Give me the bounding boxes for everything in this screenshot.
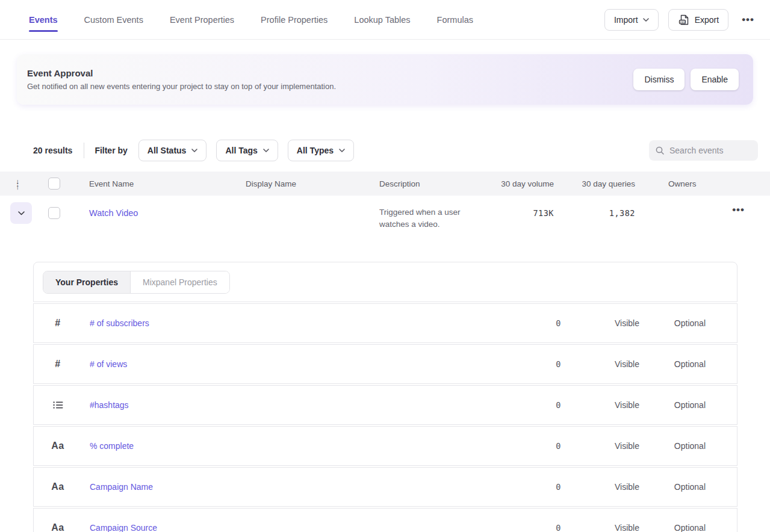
filter-dropdown-label: All Tags xyxy=(225,146,257,155)
type-glyph-icon: Aa xyxy=(51,441,64,451)
table-header: ↓↑ Event Name Display Name Description 3… xyxy=(0,172,770,196)
row-overflow-menu-icon[interactable]: ••• xyxy=(728,196,748,218)
property-requirement: Optional xyxy=(657,441,706,451)
property-count: 0 xyxy=(525,441,561,451)
overflow-menu-icon[interactable]: ••• xyxy=(738,11,758,28)
event-volume: 713K xyxy=(494,196,554,218)
property-name-link[interactable]: Campaign Source xyxy=(90,523,525,532)
chevron-down-icon xyxy=(643,18,649,22)
svg-text:csv: csv xyxy=(680,20,685,23)
column-description: Description xyxy=(379,179,494,188)
property-name-link[interactable]: % complete xyxy=(90,441,525,451)
properties-tab-bar: Your Properties Mixpanel Properties xyxy=(33,262,737,302)
search-events-box xyxy=(649,140,758,161)
chevron-down-icon xyxy=(191,149,197,152)
filter-dropdown[interactable]: All Status xyxy=(138,140,207,161)
type-glyph-icon: # xyxy=(55,318,60,329)
import-button[interactable]: Import xyxy=(604,9,659,31)
column-display-name: Display Name xyxy=(246,179,379,188)
property-type-icon xyxy=(51,401,65,409)
column-30-day-queries: 30 day queries xyxy=(554,179,635,188)
property-name-link[interactable]: Campaign Name xyxy=(90,482,525,492)
chevron-down-icon xyxy=(18,211,25,215)
property-type-icon: Aa xyxy=(51,522,65,532)
type-glyph-icon: Aa xyxy=(51,481,64,492)
property-rows: # # of subscribers 0 Visible Optional xyxy=(33,303,737,532)
property-requirement: Optional xyxy=(657,359,706,369)
owners-cell: ••• xyxy=(635,196,770,218)
properties-panel: Your Properties Mixpanel Properties # xyxy=(33,262,737,532)
import-label: Import xyxy=(614,15,638,25)
collapse-row-button[interactable] xyxy=(10,202,32,224)
property-row: Aa Campaign Source 0 Visible Optional xyxy=(33,508,737,532)
chevron-down-icon xyxy=(339,149,345,152)
property-requirement: Optional xyxy=(657,318,706,328)
top-navigation: Events Custom Events Event Properties Pr… xyxy=(0,0,770,40)
property-row: Aa % complete 0 Visible Optional xyxy=(33,426,737,466)
nav-tab[interactable]: Event Properties xyxy=(170,0,234,39)
select-all-checkbox[interactable] xyxy=(48,178,60,190)
property-count: 0 xyxy=(525,359,561,369)
filter-dropdown[interactable]: All Types xyxy=(288,140,354,161)
property-visibility: Visible xyxy=(585,523,639,532)
collapse-all-icon[interactable]: ↓↑ xyxy=(16,179,19,190)
property-type-icon: # xyxy=(51,359,65,370)
property-requirement: Optional xyxy=(657,482,706,492)
nav-tab[interactable]: Events xyxy=(29,0,58,39)
property-count: 0 xyxy=(525,523,561,532)
event-queries: 1,382 xyxy=(554,196,635,218)
column-30-day-volume: 30 day volume xyxy=(494,179,554,188)
enable-button[interactable]: Enable xyxy=(691,69,739,90)
divider xyxy=(84,143,84,158)
select-row-checkbox[interactable] xyxy=(48,207,60,219)
banner-title: Event Approval xyxy=(27,68,336,78)
filter-bar: 20 results Filter by All Status All Tags… xyxy=(33,140,758,161)
banner-description: Get notified on all new events entering … xyxy=(27,82,336,91)
dismiss-button[interactable]: Dismiss xyxy=(633,69,685,90)
export-button[interactable]: csv Export xyxy=(668,9,728,31)
list-icon xyxy=(53,401,63,409)
filter-dropdown-label: All Types xyxy=(297,146,334,155)
banner-text: Event Approval Get notified on all new e… xyxy=(27,68,336,91)
property-visibility: Visible xyxy=(585,318,639,328)
property-visibility: Visible xyxy=(585,441,639,451)
event-description: Triggered when a user watches a video. xyxy=(379,206,494,230)
property-type-icon: # xyxy=(51,318,65,329)
properties-tab[interactable]: Your Properties xyxy=(43,271,131,293)
event-name-link[interactable]: Watch Video xyxy=(89,208,138,218)
filter-dropdown[interactable]: All Tags xyxy=(216,140,278,161)
property-count: 0 xyxy=(525,318,561,328)
search-input[interactable] xyxy=(669,146,752,155)
property-row: # # of views 0 Visible Optional xyxy=(33,344,737,384)
lexicon-tabs: Events Custom Events Event Properties Pr… xyxy=(29,0,500,39)
properties-tab[interactable]: Mixpanel Properties xyxy=(131,271,229,293)
search-icon xyxy=(655,146,665,155)
property-type-icon: Aa xyxy=(51,441,65,451)
top-actions: Import csv Export ••• xyxy=(604,0,758,39)
property-visibility: Visible xyxy=(585,482,639,492)
property-row: # # of subscribers 0 Visible Optional xyxy=(33,303,737,343)
property-name-link[interactable]: #hashtags xyxy=(90,400,525,410)
nav-tab[interactable]: Profile Properties xyxy=(261,0,328,39)
type-glyph-icon: # xyxy=(55,359,60,370)
property-count: 0 xyxy=(525,400,561,410)
nav-tab[interactable]: Lookup Tables xyxy=(354,0,410,39)
type-glyph-icon: Aa xyxy=(51,522,64,532)
property-visibility: Visible xyxy=(585,359,639,369)
nav-tab[interactable]: Formulas xyxy=(437,0,473,39)
property-name-link[interactable]: # of views xyxy=(90,359,525,369)
banner-actions: Dismiss Enable xyxy=(633,69,739,90)
property-visibility: Visible xyxy=(585,400,639,410)
property-requirement: Optional xyxy=(657,523,706,532)
nav-tab[interactable]: Custom Events xyxy=(84,0,143,39)
column-owners: Owners xyxy=(635,179,770,188)
property-name-link[interactable]: # of subscribers xyxy=(90,318,525,328)
property-row: #hashtags 0 Visible Optional xyxy=(33,385,737,425)
table-row: Watch Video Triggered when a user watche… xyxy=(0,196,770,247)
filter-dropdown-label: All Status xyxy=(147,146,187,155)
property-type-icon: Aa xyxy=(51,481,65,492)
results-count: 20 results xyxy=(33,146,72,155)
filter-by-label: Filter by xyxy=(95,146,127,155)
property-requirement: Optional xyxy=(657,400,706,410)
filter-dropdowns: All Status All Tags All Types xyxy=(138,140,354,161)
